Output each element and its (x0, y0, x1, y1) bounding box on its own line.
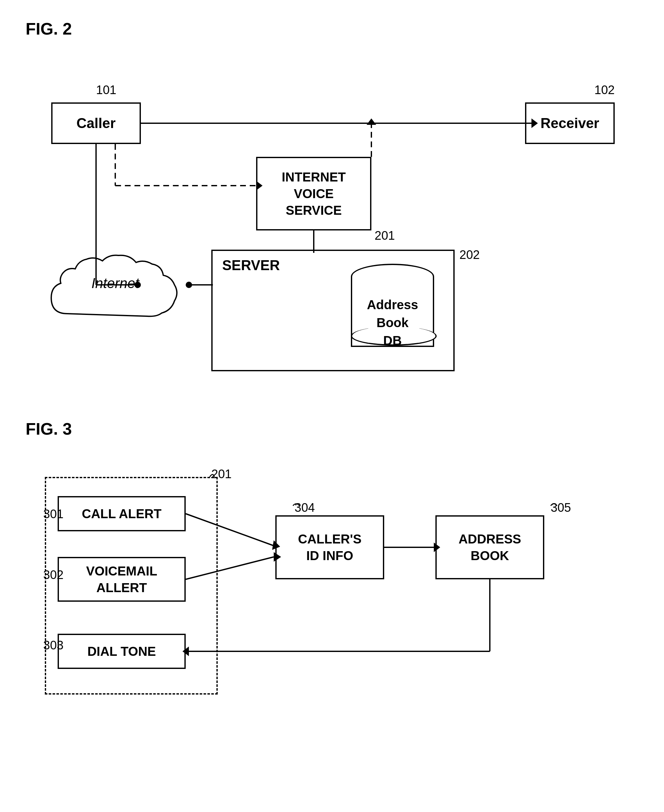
server-label: SERVER (222, 257, 280, 273)
fig3-diagram: 201 CALL ALERT 301 VOICEMAIL ALLERT 302 … (26, 451, 634, 739)
db-label: Address Book DB (351, 296, 434, 349)
ref-303: 303 (43, 638, 63, 652)
dial-tone-box: DIAL TONE (58, 634, 186, 669)
caller-ref: 101 (96, 83, 116, 97)
internet-cloud: Internet (42, 237, 189, 346)
ref-302: 302 (43, 568, 63, 582)
receiver-box: Receiver (525, 102, 615, 144)
ref-305: 305 (551, 501, 571, 515)
server-ref: 202 (459, 248, 480, 262)
server-box: SERVER Address Book DB (211, 250, 455, 371)
voicemail-box: VOICEMAIL ALLERT (58, 557, 186, 602)
internet-label: Internet (42, 275, 189, 291)
ref-301: 301 (43, 507, 63, 521)
page: FIG. 2 Caller 101 Receiver 102 INTERNET … (0, 0, 664, 812)
fig3-ref-201: 201 (211, 467, 231, 481)
cloud-svg (42, 237, 189, 346)
callers-id-box: CALLER'S ID INFO (275, 515, 384, 579)
database-cylinder: Address Book DB (351, 264, 434, 360)
ref-304: 304 (295, 501, 315, 515)
call-alert-box: CALL ALERT (58, 496, 186, 531)
svg-marker-6 (366, 119, 376, 125)
fig2-label: FIG. 2 (26, 19, 638, 38)
fig2-diagram: Caller 101 Receiver 102 INTERNET VOICE S… (26, 51, 634, 387)
fig3-label: FIG. 3 (26, 419, 638, 438)
receiver-ref: 102 (594, 83, 615, 97)
caller-box: Caller (51, 102, 141, 144)
ivs-box: INTERNET VOICE SERVICE (256, 157, 371, 231)
ivs-ref: 201 (374, 229, 395, 243)
address-book-box: ADDRESS BOOK (435, 515, 544, 579)
